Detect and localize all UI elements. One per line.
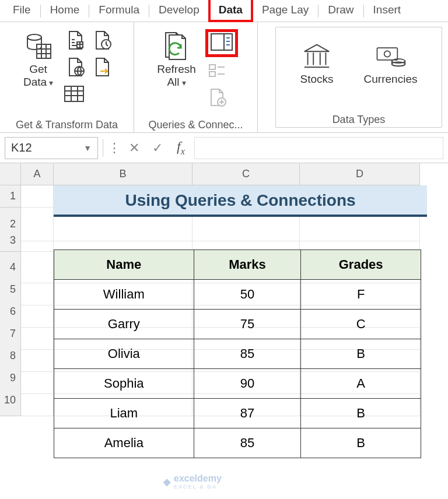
table-header: Name [54,250,194,280]
table-header: Grades [301,250,421,280]
group-title-queries: Queries & Connec... [139,119,253,131]
row-header[interactable]: 1 [0,185,21,208]
tab-file[interactable]: File [5,1,39,21]
group-data-types: Stocks Currencies Data Types [275,27,442,128]
table-header: Marks [194,250,301,280]
stocks-label: Stocks [300,73,334,86]
ribbon: Get Data [0,22,448,133]
table-row: Garry 75 C [54,310,421,339]
file-arrow-icon [93,57,112,79]
cell[interactable]: B [301,339,421,369]
from-text-csv-button[interactable] [64,29,88,54]
tab-data-label: Data [219,3,243,16]
insert-function-button[interactable]: fx [171,138,191,158]
tab-formula[interactable]: Formula [90,1,148,21]
cell[interactable]: 87 [194,399,301,428]
cell[interactable]: C [301,310,421,339]
col-header-B[interactable]: B [54,163,192,185]
stocks-button[interactable]: Stocks [297,39,337,87]
cell[interactable]: 85 [194,339,301,369]
svg-point-11 [384,51,390,57]
col-header-A[interactable]: A [21,163,54,185]
cell[interactable]: William [54,280,194,310]
svg-rect-7 [209,65,215,69]
row-header[interactable]: 10 [0,385,21,416]
cell[interactable]: F [301,280,421,310]
queries-pane-icon [210,33,233,54]
select-all-corner[interactable] [0,163,21,185]
cell[interactable]: 75 [194,310,301,339]
file-text-icon [66,30,85,52]
group-get-transform: Get Data [0,22,134,132]
cancel-formula-button[interactable]: ✕ [124,138,144,158]
sheet-title: Using Queries & Connections [54,185,427,217]
x-icon: ✕ [129,140,139,156]
recent-sources-button[interactable] [90,29,115,54]
cell[interactable]: Olivia [54,339,194,369]
svg-rect-8 [209,72,215,76]
cell[interactable]: A [301,369,421,399]
currencies-label: Currencies [364,73,418,86]
svg-point-0 [27,34,41,40]
table-row: Amelia 85 B [54,428,421,458]
table-row: Liam 87 B [54,399,421,428]
enter-formula-button[interactable]: ✓ [148,138,167,158]
watermark-text: exceldemy [174,473,222,483]
dots-icon: ⋮ [108,140,121,156]
fx-icon: fx [177,139,185,157]
refresh-icon [161,30,192,62]
table-row: Olivia 85 B [54,339,421,369]
col-header-C[interactable]: C [192,163,300,185]
svg-rect-1 [37,44,51,58]
watermark: ◆ exceldemy EXCEL & DA [163,473,222,490]
check-icon: ✓ [152,140,163,156]
from-web-button[interactable] [64,56,88,80]
watermark-sub: EXCEL & DA [174,484,222,490]
name-box-value: K12 [11,141,32,154]
tab-develop[interactable]: Develop [150,1,208,21]
file-globe-icon [66,57,85,79]
cell[interactable]: B [301,428,421,458]
edit-links-button[interactable] [205,86,230,111]
properties-button[interactable] [205,59,230,84]
tab-data[interactable]: Data [211,1,251,21]
formula-input[interactable] [194,137,443,159]
currencies-icon [375,40,407,72]
cell[interactable]: 90 [194,369,301,399]
existing-connections-button[interactable] [90,56,115,80]
tab-pagelayout[interactable]: Page Lay [254,1,317,21]
cell[interactable]: Sophia [54,369,194,399]
cell[interactable]: Liam [54,399,194,428]
menu-bar: File Home Formula Develop Data Page Lay … [0,0,448,22]
chevron-down-icon: ▼ [83,143,92,153]
currencies-button[interactable]: Currencies [360,39,421,87]
group-title-get-transform: Get & Transform Data [5,119,129,131]
group-title-datatypes: Data Types [281,114,437,126]
edit-links-icon [209,88,226,109]
cell[interactable]: 85 [194,428,301,458]
tab-insert[interactable]: Insert [365,1,410,21]
bank-icon [301,40,332,72]
tab-draw[interactable]: Draw [320,1,362,21]
cell[interactable]: Garry [54,310,194,339]
queries-connections-button[interactable] [205,29,238,57]
row-header[interactable]: 3 [0,230,21,252]
col-header-D[interactable]: D [300,163,420,185]
cell[interactable]: B [301,399,421,428]
table-row: William 50 F [54,280,421,310]
cell[interactable]: Amelia [54,428,194,458]
table-header-row: Name Marks Grades [54,250,421,280]
formula-bar: K12 ▼ ⋮ ✕ ✓ fx [0,133,448,163]
cell[interactable]: 50 [194,280,301,310]
name-box[interactable]: K12 ▼ [5,137,98,159]
database-icon [23,30,54,62]
get-data-button[interactable]: Get Data [19,29,58,90]
table-row: Sophia 90 A [54,369,421,399]
refresh-all-button[interactable]: Refresh All [153,29,200,90]
tab-home[interactable]: Home [42,1,88,21]
svg-rect-5 [65,86,83,101]
file-clock-icon [93,30,112,52]
from-table-range-button[interactable] [64,83,88,107]
sheet-content: Using Queries & Connections Name Marks G… [54,185,427,458]
logo-icon: ◆ [163,476,170,487]
